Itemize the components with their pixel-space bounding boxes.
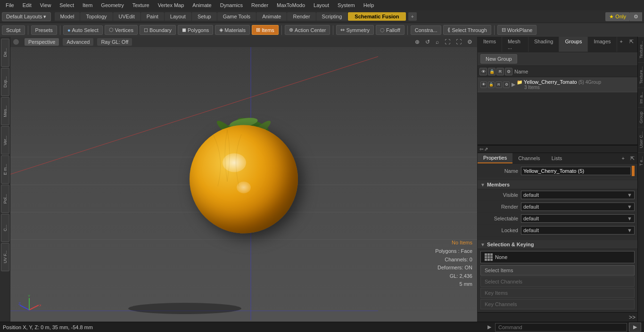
panel-tab-images[interactable]: Images [588,37,617,52]
group-item-eye[interactable]: 👁 [480,81,487,88]
prop-panel-expand2[interactable]: ⇗ [484,146,488,152]
polygons-button[interactable]: ◼ Polygons [178,25,213,35]
far-right-texture2[interactable]: Texture... [638,62,644,88]
menu-dynamics[interactable]: Dynamics [216,1,247,9]
materials-button[interactable]: ◈ Materials [215,25,250,35]
panel-right-arrow[interactable]: >> [629,314,636,321]
group-item-expand[interactable]: ▶ [512,81,515,88]
command-input[interactable] [495,323,627,332]
menu-layout[interactable]: Layout [310,1,333,9]
panel-tab-items[interactable]: Items [478,37,502,52]
locked-dropdown[interactable]: default ▼ [521,226,635,235]
far-right-te[interactable]: T e... [638,152,644,170]
members-header[interactable]: ▼ Members [478,180,637,189]
prop-tab-expand[interactable]: ⇱ [627,154,637,163]
far-right-group[interactable]: Group [638,107,644,127]
menu-texture[interactable]: Texture [129,1,153,9]
tab-layout[interactable]: Layout [165,12,191,21]
left-tool-mes[interactable]: Mes... [1,97,9,125]
symmetry-button[interactable]: ⇔ Symmetry [336,25,374,35]
left-tool-em[interactable]: E m... [1,155,9,184]
items-button[interactable]: ⊞ Items [252,25,279,35]
panel-expand[interactable]: + [617,37,626,52]
vp-ctrl-rotate[interactable]: ↺ [423,38,432,46]
layout-add-tab[interactable]: + [408,12,417,21]
menu-item[interactable]: Item [79,1,96,9]
tab-paint[interactable]: Paint [141,12,164,21]
menu-render[interactable]: Render [248,1,272,9]
auto-select-button[interactable]: ● Auto Select [63,25,103,35]
vertices-button[interactable]: ⬡ Vertices [105,25,138,35]
boundary-button[interactable]: ◻ Boundary [140,25,176,35]
menu-select[interactable]: Select [56,1,78,9]
vp-ctrl-fullscreen[interactable]: ⛶ [454,38,463,46]
workplane-button[interactable]: ⊟ WorkPlane [497,25,537,35]
command-run-button[interactable]: ▶ [629,323,641,332]
panel-tab-arrow[interactable]: ⇱ [626,37,637,52]
menu-system[interactable]: System [334,1,359,9]
render-dropdown[interactable]: default ▼ [521,202,635,211]
layout-star[interactable]: ★ Only [605,12,630,21]
prop-name-input[interactable] [521,167,631,175]
viewport-dot[interactable] [13,39,19,45]
prop-tab-lists[interactable]: Lists [546,154,568,163]
far-right-userc[interactable]: User C... [638,127,644,152]
viewport-advanced[interactable]: Advanced [63,38,93,46]
tab-uvedit[interactable]: UVEdit [113,12,140,21]
panel-tab-mesh[interactable]: Mesh ... [502,37,528,52]
menu-help[interactable]: Help [360,1,378,9]
tab-scripting[interactable]: Scripting [316,12,348,21]
prop-panel-collapse[interactable]: ⇦ [479,146,483,152]
sculpt-button[interactable]: Sculpt [2,25,25,35]
presets-button[interactable]: Presets [31,25,57,35]
tab-setup[interactable]: Setup [192,12,217,21]
group-eye-toggle[interactable]: 👁 [479,68,487,75]
tab-game-tools[interactable]: Game Tools [217,12,256,21]
far-right-texture1[interactable]: Texture... [638,37,644,62]
menu-geometry[interactable]: Geometry [97,1,127,9]
left-tool-ver[interactable]: Ver... [1,126,9,154]
select-channels-button[interactable]: Select Channels [480,276,635,287]
panel-tab-groups[interactable]: Groups [559,37,588,52]
visible-dropdown[interactable]: default ▼ [521,191,635,199]
keying-none-button[interactable]: None [480,251,635,263]
menu-view[interactable]: View [36,1,55,9]
group-item-settings[interactable]: ⚙ [503,81,510,88]
viewport-raygl[interactable]: Ray GL: Off [97,38,132,46]
viewport[interactable]: Perspective Advanced Ray GL: Off ⊕ ↺ ⌕ ⛶… [10,37,477,322]
selectable-dropdown[interactable]: default ▼ [521,214,635,223]
menu-edit[interactable]: Edit [19,1,35,9]
tab-schematic-fusion[interactable]: Schematic Fusion [348,12,405,21]
group-render-toggle[interactable]: R [496,68,504,75]
group-item[interactable]: 👁 🔒 R ⚙ ▶ 📁 Yellow_Cherry_Tomato (5) 4Gr… [478,77,637,92]
group-settings-toggle[interactable]: ⚙ [505,68,512,75]
vp-ctrl-zoom[interactable]: ⌕ [434,38,441,46]
prop-tab-properties[interactable]: Properties [478,153,512,163]
tab-topology[interactable]: Topology [80,12,112,21]
left-tool-c[interactable]: C... [1,214,9,242]
new-group-button[interactable]: New Group [480,54,517,64]
select-through-button[interactable]: ⟪ Select Through [443,25,491,35]
far-right-ima[interactable]: Im a... [638,88,644,107]
layout-settings[interactable]: ⚙ [630,12,642,21]
left-tool-uv[interactable]: UV F... [1,243,9,271]
vp-ctrl-move[interactable]: ⊕ [413,38,421,46]
key-items-button[interactable]: Key Items [480,288,635,298]
left-tool-dup[interactable]: Dup... [1,68,9,96]
vp-ctrl-fit[interactable]: ⛶ [443,38,452,46]
tab-model[interactable]: Model [55,12,80,21]
viewport-perspective[interactable]: Perspective [25,38,59,46]
vp-ctrl-settings[interactable]: ⚙ [465,38,474,46]
key-channels-button[interactable]: Key Channels [480,299,635,309]
left-tool-de[interactable]: De... [1,39,9,67]
tab-animate[interactable]: Animate [256,12,287,21]
keying-header[interactable]: ▼ Selection & Keying [478,240,637,249]
constraints-button[interactable]: Constra... [411,25,442,35]
viewport-canvas[interactable]: No Items Polygons : Face Channels: 0 Def… [10,47,477,322]
menu-animate[interactable]: Animate [189,1,215,9]
prop-tab-channels[interactable]: Channels [512,154,545,163]
left-tool-pol[interactable]: Pol... [1,185,9,213]
layout-dropdown[interactable]: Default Layouts ▾ [2,12,51,21]
menu-vertex-map[interactable]: Vertex Map [154,1,188,9]
group-lock-toggle[interactable]: 🔒 [488,68,495,75]
